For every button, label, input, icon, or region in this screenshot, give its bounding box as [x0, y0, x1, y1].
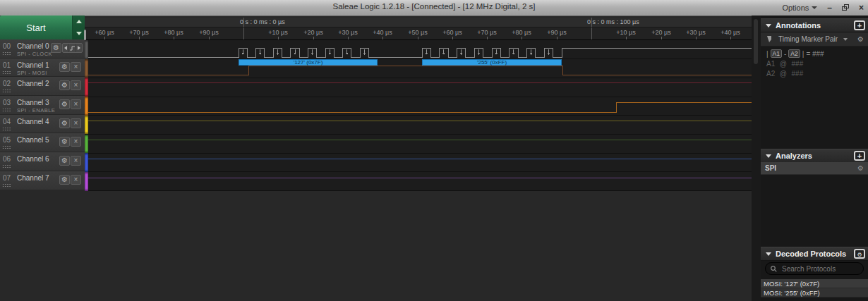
channel-row[interactable]: 00 Channel 0 SPI - CLOCK ⚙ × — [0, 39, 85, 59]
gear-icon: ⚙ — [857, 252, 862, 258]
decoded-protocol-row[interactable]: MOSI: '255' (0xFF) — [761, 288, 868, 297]
drag-handle-icon[interactable] — [2, 127, 11, 131]
title-bar[interactable]: Saleae Logic 1.2.18 - [Connected] - [12 … — [0, 0, 868, 16]
channel-close-button[interactable]: × — [71, 156, 81, 166]
drag-handle-icon[interactable] — [2, 183, 11, 188]
timeline-ruler[interactable]: +60 µs+70 µs+80 µs+90 µs+10 µs+20 µs+30 … — [85, 27, 752, 40]
analyzer-settings-icon[interactable]: ⚙ — [857, 164, 864, 172]
pan-handle[interactable] — [84, 30, 86, 40]
drag-handle-icon[interactable] — [2, 164, 11, 168]
minimize-button[interactable]: – — [827, 0, 832, 16]
marker-a1-label: A1 — [766, 60, 778, 68]
channel-settings-button[interactable]: ⚙ — [59, 118, 70, 128]
trigger-next-button[interactable] — [76, 44, 82, 52]
restore-button[interactable] — [842, 0, 849, 16]
close-icon: × — [74, 120, 78, 127]
channel-settings-button[interactable]: ⚙ — [59, 156, 70, 166]
channel-close-button[interactable]: × — [71, 99, 81, 109]
clock-edge-marker-arrow — [442, 53, 445, 56]
search-protocols-input[interactable] — [780, 264, 857, 274]
drag-handle-icon[interactable] — [2, 145, 11, 149]
add-analyzer-button[interactable]: + — [854, 151, 865, 161]
timeline-divider — [243, 27, 244, 39]
clock-edge-marker-arrow — [346, 53, 349, 56]
channel-close-button[interactable]: × — [71, 62, 81, 72]
timing-marker-pair-title: Timing Marker Pair — [778, 35, 843, 43]
channel-close-button[interactable]: × — [71, 118, 81, 128]
timeline-header[interactable]: 0 s : 0 ms : 0 µs0 s : 0 ms : 100 µs — [85, 18, 752, 27]
drag-handle-icon[interactable] — [2, 89, 11, 93]
channel-close-button[interactable]: × — [71, 80, 81, 90]
channel-row[interactable]: 06 Channel 6 ⚙ × — [0, 152, 85, 171]
tick-label: +70 µs — [129, 29, 148, 36]
trigger-prev-button[interactable] — [63, 44, 69, 52]
stepper-down-button[interactable] — [73, 27, 85, 39]
channel-row[interactable]: 07 Channel 7 ⚙ × — [0, 171, 85, 190]
marker-a2-label: A2 — [766, 70, 778, 78]
clock-edge-marker-arrow — [547, 53, 550, 56]
analyzer-row-spi[interactable]: SPI ⚙ — [761, 162, 868, 175]
tick-mark — [522, 37, 522, 39]
channel-row[interactable]: 04 Channel 4 ⚙ × — [0, 115, 85, 134]
annotations-header[interactable]: Annotations + — [761, 18, 868, 32]
add-annotation-button[interactable]: + — [854, 20, 865, 30]
collapse-icon — [766, 154, 771, 158]
drag-handle-icon[interactable] — [2, 70, 11, 75]
channel-name: Channel 0 — [17, 42, 49, 50]
stepper-up-button[interactable] — [73, 16, 85, 27]
scrollbar-thumb[interactable] — [754, 19, 758, 64]
channel-settings-button[interactable]: ⚙ — [59, 62, 70, 72]
timeline-divider — [243, 18, 244, 27]
channel-number: 03 — [3, 99, 11, 106]
tick-mark — [626, 37, 627, 39]
channel-sublabel: SPI - CLOCK — [17, 51, 52, 57]
timing-marker-pair-row[interactable]: Timing Marker Pair ⚙ — [761, 32, 868, 47]
channel-sublabel: SPI - MOSI — [17, 70, 47, 76]
saleae-logic-window: Saleae Logic 1.2.18 - [Connected] - [12 … — [0, 0, 868, 301]
channel-row[interactable]: 03 Channel 3 SPI - ENABLE ⚙ × — [0, 96, 85, 115]
capture-controls: Start — [0, 16, 85, 39]
decoded-protocol-row[interactable]: MOSI: '127' (0x7F) — [761, 279, 868, 288]
gear-icon: ⚙ — [61, 82, 68, 89]
decoded-protocols-header[interactable]: Decoded Protocols ⚙ — [761, 247, 868, 261]
channel-row[interactable]: 05 Channel 5 ⚙ × — [0, 133, 85, 152]
vertical-scrollbar[interactable] — [752, 16, 761, 301]
marker-a2-badge[interactable]: A2 — [788, 49, 800, 58]
marker-a1-badge[interactable]: A1 — [771, 49, 782, 58]
channel-color-strip — [85, 78, 88, 97]
tick-label: +30 µs — [686, 29, 705, 36]
close-button[interactable]: × — [859, 0, 864, 16]
analyzers-header[interactable]: Analyzers + — [761, 149, 868, 163]
waveform-area[interactable]: '127' (0x7F)'255' (0xFF) — [85, 40, 752, 191]
gear-icon: ⚙ — [61, 63, 68, 70]
channel-row[interactable]: 02 Channel 2 ⚙ × — [0, 77, 85, 96]
drag-handle-icon[interactable] — [2, 108, 11, 112]
dropdown-icon[interactable] — [843, 38, 848, 41]
channel-settings-button[interactable]: ⚙ — [59, 99, 70, 109]
clock-edge-marker-arrow — [328, 53, 331, 56]
tick-label: +20 µs — [303, 29, 323, 36]
decoded-settings-button[interactable]: ⚙ — [854, 249, 865, 259]
tick-mark — [174, 37, 174, 39]
start-button[interactable]: Start — [0, 16, 73, 39]
options-menu[interactable]: Options — [782, 4, 817, 12]
channel-row[interactable]: 01 Channel 1 SPI - MOSI ⚙ × — [0, 59, 85, 78]
channel-close-button[interactable]: × — [71, 137, 81, 147]
channel-list: 00 Channel 0 SPI - CLOCK ⚙ × 01 Channel … — [0, 39, 85, 190]
channel-settings-button[interactable]: ⚙ — [59, 80, 70, 90]
timing-settings-icon[interactable]: ⚙ — [857, 35, 864, 43]
clock-edge-marker-arrow — [276, 53, 279, 56]
tick-label: +50 µs — [408, 29, 427, 36]
chevron-down-icon — [812, 6, 817, 9]
channel-close-button[interactable]: × — [71, 175, 81, 185]
tick-mark — [209, 37, 210, 39]
timeline-section-label: 0 s : 0 ms : 100 µs — [587, 18, 639, 25]
tick-mark — [661, 37, 662, 39]
trigger-edge-button[interactable] — [69, 44, 76, 52]
drag-handle-icon[interactable] — [2, 51, 11, 56]
arrow-up-icon — [76, 20, 82, 23]
channel-settings-button[interactable]: ⚙ — [59, 175, 70, 185]
marker-pin-icon — [766, 36, 772, 43]
channel-settings-button[interactable]: ⚙ — [51, 43, 61, 53]
channel-settings-button[interactable]: ⚙ — [59, 137, 70, 147]
